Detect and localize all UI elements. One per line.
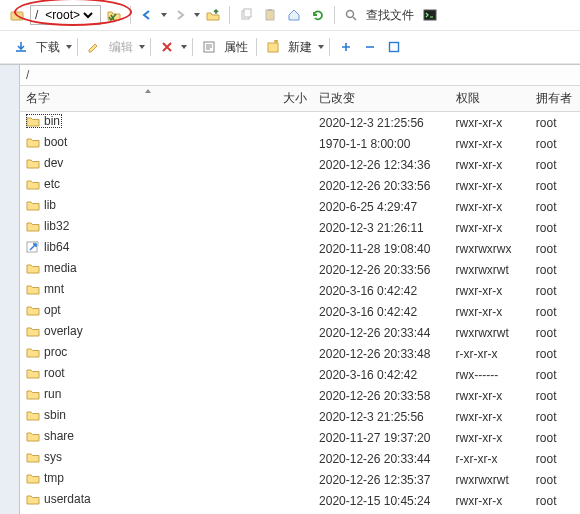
chevron-down-icon[interactable] <box>139 45 145 49</box>
path-bar[interactable]: / <box>20 65 580 86</box>
select-all-icon[interactable] <box>383 36 405 58</box>
left-gutter <box>0 65 20 514</box>
file-owner: root <box>530 385 580 406</box>
nav-fwd-icon[interactable] <box>169 4 191 26</box>
paste-icon[interactable] <box>259 4 281 26</box>
chevron-down-icon[interactable] <box>194 13 200 17</box>
file-changed: 2020-12-26 20:33:58 <box>313 385 449 406</box>
file-owner: root <box>530 175 580 196</box>
edit-button[interactable]: 编辑 <box>109 39 133 56</box>
file-name: tmp <box>44 471 64 485</box>
file-changed: 2020-12-26 20:33:44 <box>313 448 449 469</box>
toolbar-separator <box>329 38 330 56</box>
properties-button[interactable]: 属性 <box>224 39 248 56</box>
file-perm: rwx------ <box>450 364 530 385</box>
svg-rect-9 <box>268 43 278 52</box>
plus-icon[interactable] <box>335 36 357 58</box>
file-name: dev <box>44 156 63 170</box>
file-changed: 2020-11-28 19:08:40 <box>313 238 449 259</box>
folder-icon <box>26 219 40 233</box>
chevron-down-icon[interactable] <box>181 45 187 49</box>
download-icon[interactable] <box>10 36 32 58</box>
home-icon[interactable] <box>283 4 305 26</box>
table-row[interactable]: run2020-12-26 20:33:58rwxr-xr-xroot <box>20 385 580 406</box>
table-row[interactable]: root2020-3-16 0:42:42rwx------root <box>20 364 580 385</box>
toolbar-separator <box>334 6 335 24</box>
file-name: userdata <box>44 492 91 506</box>
file-perm: rwxr-xr-x <box>450 406 530 427</box>
find-files-button[interactable]: 查找文件 <box>366 7 414 24</box>
search-icon[interactable] <box>340 4 362 26</box>
file-name: media <box>44 261 77 275</box>
terminal-icon[interactable] <box>419 4 441 26</box>
file-name: lib64 <box>44 240 69 254</box>
file-perm: r-xr-xr-x <box>450 343 530 364</box>
refresh-icon[interactable] <box>307 4 329 26</box>
file-size <box>271 364 313 385</box>
file-name: sbin <box>44 408 66 422</box>
file-list[interactable]: 名字 大小 已改变 权限 拥有者 bin2020-12-3 21:25:56rw… <box>20 86 580 514</box>
toolbar-separator <box>130 6 131 24</box>
file-perm: rwxr-xr-x <box>450 427 530 448</box>
column-perm[interactable]: 权限 <box>450 86 530 112</box>
edit-icon[interactable] <box>83 36 105 58</box>
table-row[interactable]: sbin2020-12-3 21:25:56rwxr-xr-xroot <box>20 406 580 427</box>
column-name[interactable]: 名字 <box>20 86 271 112</box>
disk-icon[interactable] <box>6 4 28 26</box>
folder-icon <box>26 471 40 485</box>
file-owner: root <box>530 490 580 511</box>
copy-icon[interactable] <box>235 4 257 26</box>
table-row[interactable]: tmp2020-12-26 12:35:37rwxrwxrwtroot <box>20 469 580 490</box>
table-row[interactable]: userdata2020-12-15 10:45:24rwxr-xr-xroot <box>20 490 580 511</box>
shortcut-icon <box>26 240 40 254</box>
file-owner: root <box>530 322 580 343</box>
column-owner[interactable]: 拥有者 <box>530 86 580 112</box>
table-row[interactable]: mnt2020-3-16 0:42:42rwxr-xr-xroot <box>20 280 580 301</box>
folder-icon <box>26 324 40 338</box>
open-folder-icon[interactable] <box>103 4 125 26</box>
file-name: share <box>44 429 74 443</box>
nav-back-icon[interactable] <box>136 4 158 26</box>
table-row[interactable]: lib322020-12-3 21:26:11rwxr-xr-xroot <box>20 217 580 238</box>
table-row[interactable]: lib642020-11-28 19:08:40rwxrwxrwxroot <box>20 238 580 259</box>
file-name: lib32 <box>44 219 69 233</box>
file-perm: rwxr-xr-x <box>450 112 530 134</box>
column-size[interactable]: 大小 <box>271 86 313 112</box>
root-dropdown[interactable]: <root> <box>41 7 96 23</box>
svg-rect-7 <box>424 10 436 20</box>
file-changed: 2020-12-3 21:26:11 <box>313 217 449 238</box>
file-name: boot <box>44 135 67 149</box>
svg-rect-10 <box>390 43 399 52</box>
table-row[interactable]: bin2020-12-3 21:25:56rwxr-xr-xroot <box>20 112 580 134</box>
chevron-down-icon[interactable] <box>318 45 324 49</box>
address-toolbar: / <root> 查找文件 <box>0 0 580 31</box>
file-name: root <box>44 366 65 380</box>
table-row[interactable]: media2020-12-26 20:33:56rwxrwxrwtroot <box>20 259 580 280</box>
download-button[interactable]: 下载 <box>36 39 60 56</box>
path-combobox[interactable]: / <root> <box>30 5 101 25</box>
nav-up-icon[interactable] <box>202 4 224 26</box>
delete-icon[interactable] <box>156 36 178 58</box>
chevron-down-icon[interactable] <box>161 13 167 17</box>
new-icon[interactable] <box>262 36 284 58</box>
main-panel: / 名字 大小 已改变 权限 拥有者 bin2020-12-3 21:25:56… <box>20 65 580 514</box>
file-size <box>271 175 313 196</box>
table-row[interactable]: sys2020-12-26 20:33:44r-xr-xr-xroot <box>20 448 580 469</box>
table-row[interactable]: lib2020-6-25 4:29:47rwxr-xr-xroot <box>20 196 580 217</box>
minus-icon[interactable] <box>359 36 381 58</box>
table-row[interactable]: opt2020-3-16 0:42:42rwxr-xr-xroot <box>20 301 580 322</box>
table-row[interactable]: overlay2020-12-26 20:33:44rwxrwxrwtroot <box>20 322 580 343</box>
table-row[interactable]: etc2020-12-26 20:33:56rwxr-xr-xroot <box>20 175 580 196</box>
table-row[interactable]: proc2020-12-26 20:33:48r-xr-xr-xroot <box>20 343 580 364</box>
toolbar-separator <box>256 38 257 56</box>
table-row[interactable]: boot1970-1-1 8:00:00rwxr-xr-xroot <box>20 133 580 154</box>
column-header-row[interactable]: 名字 大小 已改变 权限 拥有者 <box>20 86 580 112</box>
chevron-down-icon[interactable] <box>66 45 72 49</box>
table-row[interactable]: share2020-11-27 19:37:20rwxr-xr-xroot <box>20 427 580 448</box>
file-owner: root <box>530 301 580 322</box>
column-changed[interactable]: 已改变 <box>313 86 449 112</box>
table-row[interactable]: dev2020-12-26 12:34:36rwxr-xr-xroot <box>20 154 580 175</box>
properties-icon[interactable] <box>198 36 220 58</box>
file-size <box>271 112 313 134</box>
new-button[interactable]: 新建 <box>288 39 312 56</box>
